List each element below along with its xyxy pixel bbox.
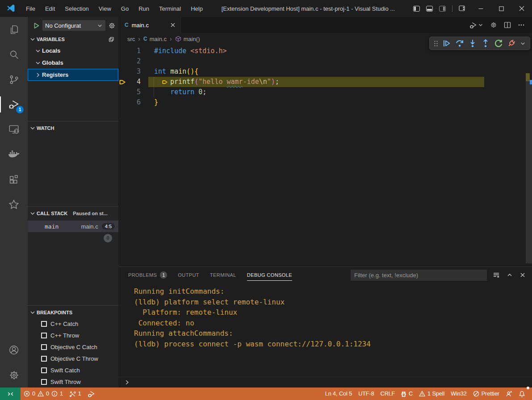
close-panel-icon[interactable] — [519, 272, 526, 278]
toggle-sidebar-icon[interactable] — [413, 6, 420, 12]
code-editor[interactable]: 1#include <stdio.h>23int main(){4 printf… — [118, 45, 532, 267]
maximize-button[interactable] — [491, 0, 511, 17]
run-or-debug-button[interactable] — [469, 21, 483, 29]
debug-console-output[interactable]: Running initCommands:(lldb) platform sel… — [118, 283, 532, 377]
editor-settings-gear-icon[interactable] — [490, 21, 497, 29]
breakpoint-item[interactable]: Swift Throw — [28, 376, 118, 388]
breadcrumb-file[interactable]: C main.c — [143, 36, 167, 42]
eol-indicator[interactable]: CRLF — [377, 388, 398, 400]
encoding-indicator[interactable]: UTF-8 — [355, 388, 377, 400]
tab-output[interactable]: OUTPUT — [178, 267, 199, 283]
chevron-down-icon[interactable] — [29, 125, 36, 131]
debug-status[interactable] — [84, 388, 98, 400]
menu-run[interactable]: Run — [134, 3, 154, 14]
activity-accounts[interactable] — [0, 338, 28, 362]
menu-view[interactable]: View — [94, 3, 116, 14]
console-filter-input[interactable] — [351, 270, 487, 281]
activity-docker[interactable] — [0, 142, 28, 167]
menu-file[interactable]: File — [21, 3, 40, 14]
close-tab-icon[interactable] — [170, 22, 176, 28]
activity-star[interactable] — [0, 192, 28, 217]
chevron-down-icon[interactable] — [520, 41, 526, 46]
toggle-panel-icon[interactable] — [426, 6, 433, 12]
inline-breakpoint-icon[interactable] — [162, 79, 170, 85]
code-line[interactable]: 3int main(){ — [118, 67, 532, 77]
code-line[interactable]: 4 printf("hello wamr-ide\n"); — [118, 77, 532, 87]
activity-explorer[interactable] — [0, 17, 28, 42]
breakpoint-item[interactable]: C++ Throw — [28, 329, 118, 341]
clear-console-icon[interactable] — [493, 271, 500, 279]
chevron-down-icon[interactable] — [29, 309, 36, 316]
breadcrumb-src[interactable]: src — [127, 36, 135, 42]
breakpoint-checkbox[interactable] — [41, 379, 47, 385]
gutter-current-stackframe[interactable] — [118, 77, 126, 87]
cursor-position[interactable]: Ln 4, Col 5 — [322, 388, 355, 400]
tab-debug-console[interactable]: DEBUG CONSOLE — [247, 267, 292, 283]
tab-terminal[interactable]: TERMINAL — [210, 267, 236, 283]
minimize-button[interactable] — [470, 0, 491, 17]
menu-terminal[interactable]: Terminal — [154, 3, 186, 14]
gutter-margin[interactable] — [118, 97, 126, 108]
gutter-margin[interactable] — [118, 56, 126, 67]
gutter-margin[interactable] — [118, 87, 126, 97]
breakpoint-checkbox[interactable] — [41, 321, 47, 327]
open-launch-config-gear-icon[interactable] — [108, 22, 116, 29]
problems-status[interactable]: 0 0 1 — [21, 388, 66, 400]
step-out-button[interactable] — [481, 39, 490, 48]
menu-go[interactable]: Go — [116, 3, 134, 14]
close-window-button[interactable] — [511, 0, 532, 17]
step-into-button[interactable] — [468, 39, 477, 48]
feedback-button[interactable] — [503, 388, 515, 400]
platform-indicator[interactable]: Win32 — [448, 388, 469, 400]
start-debug-icon[interactable] — [33, 22, 40, 29]
debug-config-dropdown[interactable]: No Configurat — [42, 20, 105, 31]
spell-checker-status[interactable]: 1 Spell — [416, 388, 448, 400]
breakpoint-checkbox[interactable] — [41, 344, 47, 350]
variables-scope-locals[interactable]: Locals — [28, 45, 118, 57]
split-editor-icon[interactable] — [504, 21, 511, 29]
disconnect-button[interactable] — [507, 39, 516, 48]
breakpoint-checkbox[interactable] — [41, 333, 47, 338]
code-line[interactable]: 2 — [118, 56, 532, 67]
code-line[interactable]: 5 return 0; — [118, 87, 532, 97]
breakpoint-checkbox[interactable] — [41, 356, 47, 362]
activity-remote-explorer[interactable] — [0, 117, 28, 142]
menu-selection[interactable]: Selection — [60, 3, 93, 14]
toggle-secondary-sidebar-icon[interactable] — [439, 6, 446, 12]
formatter-status[interactable]: Prettier — [470, 388, 503, 400]
gutter-margin[interactable] — [118, 46, 126, 56]
activity-run-and-debug[interactable]: 1 — [0, 92, 28, 117]
gutter-margin[interactable] — [118, 67, 126, 77]
tools-status[interactable]: 1 — [66, 388, 84, 400]
language-mode[interactable]: {̹ͦ} C — [398, 388, 416, 400]
breakpoint-checkbox[interactable] — [41, 367, 47, 373]
notifications-bell[interactable] — [515, 388, 528, 400]
copy-value-icon[interactable] — [108, 36, 115, 43]
step-over-button[interactable] — [455, 39, 464, 48]
debug-console-input[interactable] — [118, 377, 532, 388]
chevron-down-icon[interactable] — [29, 210, 36, 217]
menu-help[interactable]: Help — [186, 3, 208, 14]
menu-edit[interactable]: Edit — [40, 3, 60, 14]
variables-scope-registers[interactable]: Registers — [28, 69, 118, 81]
activity-settings[interactable] — [0, 362, 28, 388]
remote-indicator[interactable] — [0, 388, 21, 400]
breadcrumb-symbol[interactable]: main() — [175, 36, 200, 42]
breakpoint-item[interactable]: Objective C Catch — [28, 341, 118, 353]
code-line[interactable]: 6} — [118, 97, 532, 108]
variables-scope-globals[interactable]: Globals — [28, 57, 118, 69]
maximize-panel-icon[interactable] — [507, 272, 513, 278]
tab-problems[interactable]: PROBLEMS 1 — [128, 267, 167, 283]
breakpoint-item[interactable]: Objective C Throw — [28, 353, 118, 364]
customize-layout-icon[interactable] — [459, 5, 466, 12]
restart-button[interactable] — [494, 39, 503, 48]
continue-button[interactable] — [442, 39, 451, 48]
editor-scrollbar[interactable] — [526, 81, 532, 263]
breakpoint-item[interactable]: Swift Catch — [28, 364, 118, 376]
breakpoint-item[interactable]: C++ Catch — [28, 318, 118, 329]
activity-source-control[interactable] — [0, 67, 28, 92]
tab-main-c[interactable]: C main.c — [118, 17, 181, 33]
drag-grip-icon[interactable] — [434, 40, 438, 47]
stack-frame-row[interactable]: main main.c 4:5 — [28, 221, 118, 232]
activity-search[interactable] — [0, 42, 28, 67]
